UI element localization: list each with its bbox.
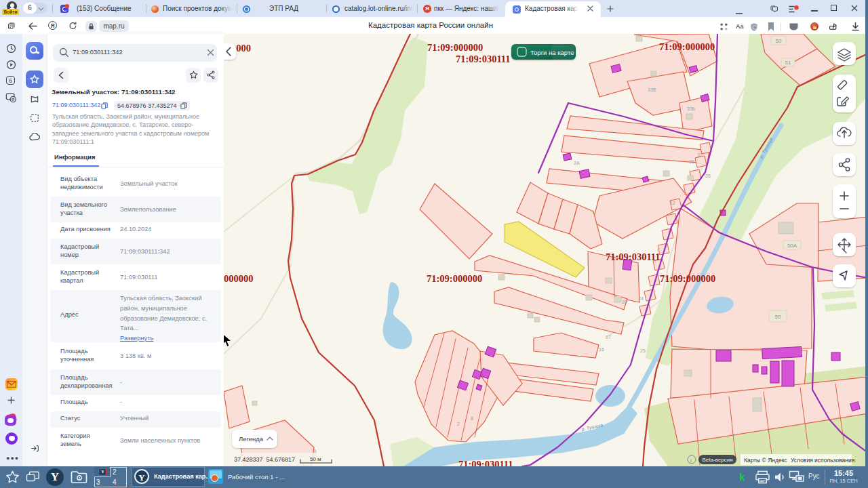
svg-text:24: 24 [638,296,644,301]
svg-text:25: 25 [640,348,646,353]
svg-text:71:09:030111: 71:09:030111 [456,54,511,64]
svg-text:50А: 50А [787,243,797,249]
svg-text:71:09:000000: 71:09:000000 [427,273,482,284]
svg-text:71:09:000000: 71:09:000000 [659,41,715,52]
svg-text:000000: 000000 [224,273,254,284]
svg-text:50: 50 [775,314,781,320]
svg-text:2А: 2А [574,161,580,165]
svg-text:26: 26 [705,174,711,178]
svg-text:33Б: 33Б [687,106,696,111]
svg-text:8: 8 [471,416,473,421]
svg-text:12: 12 [670,201,675,205]
svg-text:16: 16 [599,347,604,352]
svg-text:Легенда: Легенда [239,435,264,443]
svg-text:i: i [690,458,692,464]
svg-text:37.428337 54.676817: 37.428337 54.676817 [234,456,295,463]
svg-text:20: 20 [622,300,627,304]
svg-text:Условия использования: Условия использования [791,457,855,464]
svg-text:2: 2 [457,422,460,426]
svg-text:30: 30 [689,159,694,164]
svg-text:Карты © Яндекс: Карты © Яндекс [744,457,788,464]
svg-text:50: 50 [776,38,782,44]
svg-text:32: 32 [697,152,703,157]
svg-text:17: 17 [606,335,611,340]
svg-text:Торги на карте: Торги на карте [530,49,574,56]
svg-text:50 м: 50 м [310,456,321,462]
svg-text:51: 51 [785,60,791,66]
svg-text:33В: 33В [648,87,656,92]
svg-text:71:09:000000: 71:09:000000 [660,273,715,284]
svg-text:71:09:030111: 71:09:030111 [458,459,513,466]
svg-text:71:09:030111: 71:09:030111 [606,251,660,262]
svg-text:Beta-версия: Beta-версия [703,457,733,463]
svg-text:71:09:000000: 71:09:000000 [427,42,483,53]
